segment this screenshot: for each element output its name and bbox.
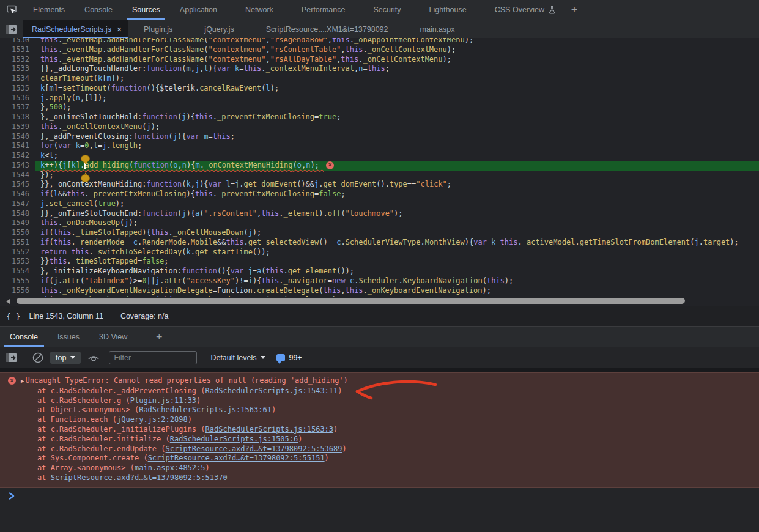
line-number[interactable]: 1533 — [0, 64, 35, 74]
code-editor[interactable]: 1530this._eventMap.addHandlerForClassNam… — [0, 38, 759, 297]
file-tab-plugin-js[interactable]: Plugin.js — [128, 20, 188, 38]
close-tab-icon[interactable]: × — [117, 25, 122, 34]
line-number[interactable]: 1551 — [0, 238, 35, 248]
code-line-1556[interactable]: 1556this._onKeyboardEventNavigationDeleg… — [0, 286, 759, 296]
panel-tab-network[interactable]: Network — [235, 0, 283, 20]
file-tab-jquery-js[interactable]: jQuery.js — [188, 20, 250, 38]
code-line-1546[interactable]: 1546if(l&&this._preventCtxMenuClosing){t… — [0, 190, 759, 199]
line-number[interactable]: 1538 — [0, 113, 35, 122]
code-line-1543[interactable]: 1543k++){j[k].add_hiding(function(o,n){m… — [0, 161, 759, 171]
code-line-1547[interactable]: 1547j.set_cancel(true); — [0, 199, 759, 209]
stack-frame-link[interactable]: RadSchedulerScripts.js:1505:6 — [170, 435, 298, 443]
file-tab-main-aspx[interactable]: main.aspx — [404, 20, 471, 38]
code-line-1530[interactable]: 1530this._eventMap.addHandlerForClassNam… — [0, 38, 759, 45]
code-line-1545[interactable]: 1545}},_onContextMenuHiding:function(k,j… — [0, 180, 759, 190]
code-line-1554[interactable]: 1554},_initializeKeyboardNavigation:func… — [0, 267, 759, 276]
expand-triangle-icon[interactable]: ▶ — [21, 378, 24, 384]
show-console-sidebar-button[interactable] — [0, 353, 23, 363]
inspect-element-button[interactable] — [0, 0, 23, 20]
line-number[interactable]: 1535 — [0, 84, 35, 94]
console-prompt[interactable] — [0, 488, 759, 504]
line-number[interactable]: 1553 — [0, 257, 35, 267]
line-number[interactable]: 1539 — [0, 122, 35, 132]
line-number[interactable]: 1531 — [0, 45, 35, 55]
clear-console-icon[interactable] — [32, 352, 44, 364]
code-line-1531[interactable]: 1531this._eventMap.addHandlerForClassNam… — [0, 45, 759, 55]
code-line-1549[interactable]: 1549this._onDocMouseUp(j); — [0, 218, 759, 228]
stack-frame-link[interactable]: ScriptResource.axd?d…&t=13798092:5:55151 — [148, 454, 325, 462]
toggle-navigator-button[interactable] — [0, 20, 23, 38]
context-selector[interactable]: top — [50, 352, 81, 364]
stack-frame-link[interactable]: RadSchedulerScripts.js:1543:11 — [205, 386, 338, 395]
panel-tab-elements[interactable]: Elements — [23, 0, 75, 20]
code-line-1537[interactable]: 1537},500); — [0, 103, 759, 113]
line-number[interactable]: 1534 — [0, 74, 35, 84]
code-line-1536[interactable]: 1536j.apply(n,[l]); — [0, 94, 759, 103]
panel-tab-application[interactable]: Application — [170, 0, 227, 20]
line-number[interactable]: 1530 — [0, 38, 35, 45]
selection-handle-bottom[interactable] — [80, 172, 91, 182]
code-line-1535[interactable]: 1535k[m]=setTimeout(function(){$telerik.… — [0, 84, 759, 94]
scrollbar-thumb[interactable] — [17, 298, 685, 304]
selection-handle-top[interactable] — [80, 155, 91, 165]
file-tab-scriptresource-xm1-t-13798092[interactable]: ScriptResource....XM1&t=13798092 — [250, 20, 404, 38]
stack-frame-link[interactable]: main.aspx:4852:5 — [135, 464, 205, 472]
log-levels-dropdown[interactable]: Default levels — [210, 353, 265, 362]
code-line-1540[interactable]: 1540},_addPreventClosing:function(j){var… — [0, 132, 759, 142]
more-tabs-button[interactable]: + — [566, 0, 583, 20]
line-number[interactable]: 1550 — [0, 228, 35, 238]
panel-tab-performance[interactable]: Performance — [292, 0, 355, 20]
code-line-1553[interactable]: 1553}}this._timeSlotTapped=false; — [0, 257, 759, 267]
line-number[interactable]: 1554 — [0, 267, 35, 276]
panel-tab-lighthouse[interactable]: Lighthouse — [420, 0, 476, 20]
line-number[interactable]: 1555 — [0, 276, 35, 286]
drawer-more-tabs-button[interactable]: + — [150, 327, 168, 347]
line-number[interactable]: 1548 — [0, 209, 35, 219]
scroll-left-arrow-icon[interactable] — [6, 299, 10, 304]
stack-frame-link[interactable]: RadSchedulerScripts.js:1563:3 — [205, 425, 334, 434]
pretty-print-button[interactable]: { } — [6, 312, 20, 321]
code-line-1532[interactable]: 1532this._eventMap.addHandlerForClassNam… — [0, 55, 759, 65]
inline-error-icon[interactable]: × — [326, 161, 334, 169]
line-number[interactable]: 1544 — [0, 171, 35, 180]
stack-frame-link[interactable]: Plugin.js:11:33 — [130, 396, 196, 405]
code-line-1541[interactable]: 1541for(var k=0,l=j.length; — [0, 141, 759, 151]
code-line-1542[interactable]: 1542k<l; — [0, 151, 759, 161]
line-number[interactable]: 1547 — [0, 199, 35, 209]
drawer-tab-3d-view[interactable]: 3D View — [89, 327, 137, 347]
code-line-1551[interactable]: 1551if(this._renderMode==c.RenderMode.Mo… — [0, 238, 759, 248]
drawer-tab-issues[interactable]: Issues — [48, 327, 89, 347]
console-filter-input[interactable] — [109, 351, 197, 364]
stack-frame-link[interactable]: ScriptResource.axd?d…&t=13798092:5:53689 — [166, 445, 342, 453]
panel-tab-console[interactable]: Console — [75, 0, 122, 20]
line-number[interactable]: 1545 — [0, 180, 35, 190]
line-number[interactable]: 1549 — [0, 218, 35, 228]
drawer-tab-console[interactable]: Console — [0, 327, 48, 347]
code-line-1538[interactable]: 1538},_onTimeSlotTouchHold:function(j){t… — [0, 113, 759, 122]
code-line-1539[interactable]: 1539this._onCellContextMenu(j); — [0, 122, 759, 132]
line-number[interactable]: 1552 — [0, 248, 35, 257]
code-line-1550[interactable]: 1550if(this._timeSlotTapped){this._onCel… — [0, 228, 759, 238]
code-line-1544[interactable]: 1544}); — [0, 171, 759, 180]
line-number[interactable]: 1532 — [0, 55, 35, 65]
issues-counter-button[interactable]: 99+ — [276, 353, 302, 362]
stack-frame-link[interactable]: jQuery.js:2:2898 — [117, 415, 188, 424]
panel-tab-css-overview[interactable]: CSS Overview — [485, 0, 566, 20]
live-expression-eye-icon[interactable] — [87, 352, 100, 364]
line-number[interactable]: 1536 — [0, 94, 35, 103]
line-number[interactable]: 1542 — [0, 151, 35, 161]
line-number[interactable]: 1543 — [0, 161, 35, 171]
stack-frame-link[interactable]: RadSchedulerScripts.js:1563:61 — [139, 405, 272, 414]
line-number[interactable]: 1540 — [0, 132, 35, 142]
line-number[interactable]: 1556 — [0, 286, 35, 296]
horizontal-scrollbar[interactable] — [0, 297, 759, 306]
line-number[interactable]: 1546 — [0, 190, 35, 199]
code-line-1548[interactable]: 1548}},_onTimeSlotTouchEnd:function(j){a… — [0, 209, 759, 219]
panel-tab-sources[interactable]: Sources — [122, 0, 170, 20]
panel-tab-security[interactable]: Security — [363, 0, 410, 20]
line-number[interactable]: 1537 — [0, 103, 35, 113]
code-line-1534[interactable]: 1534clearTimeout(k[m]); — [0, 74, 759, 84]
code-line-1555[interactable]: 1555if(j.attr("tabIndex")>=0||j.attr("ac… — [0, 276, 759, 286]
code-line-1533[interactable]: 1533}},_addLongTouchHandler:function(m,j… — [0, 64, 759, 74]
code-line-1552[interactable]: 1552return this._switchToSelectedDay(k.g… — [0, 248, 759, 257]
